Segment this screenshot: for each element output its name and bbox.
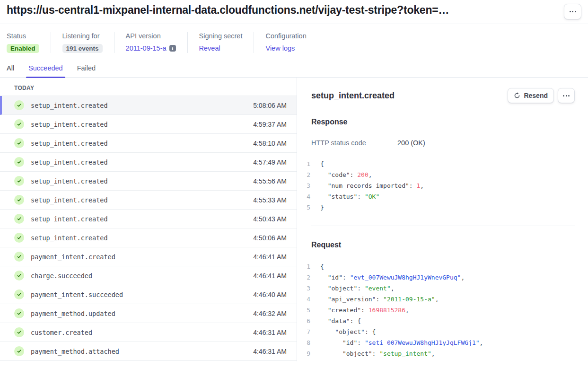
ellipsis-icon bbox=[563, 95, 570, 96]
check-icon bbox=[14, 327, 24, 337]
check-icon bbox=[14, 119, 24, 129]
event-filter-tabs: All Succeeded Failed bbox=[0, 64, 588, 78]
code-token: , bbox=[431, 348, 435, 359]
tab-failed[interactable]: Failed bbox=[77, 64, 96, 78]
event-rows: setup_intent.created 5:08:06 AM setup_in… bbox=[0, 96, 297, 361]
code-token: "status": bbox=[320, 191, 365, 202]
ellipsis-icon bbox=[570, 11, 576, 12]
line-number: 1 bbox=[305, 158, 310, 169]
event-detail-panel: setup_intent.created Resend Response bbox=[297, 78, 588, 361]
view-logs-link[interactable]: View logs bbox=[265, 44, 295, 52]
request-heading: Request bbox=[311, 241, 575, 249]
code-token: "evt_007WewuJW8hgHJ1yWnevGPuq" bbox=[350, 272, 461, 283]
code-line: 1{ bbox=[305, 261, 575, 272]
code-token: "2011-09-15-a" bbox=[383, 294, 435, 305]
check-icon bbox=[14, 252, 24, 262]
webhook-endpoint-page: https://us-central1-mixpanel-internal-da… bbox=[0, 0, 588, 368]
code-token: , bbox=[420, 180, 424, 191]
code-token: "seti_007WewuJW8hgHJ1yJqLFWGj1" bbox=[365, 337, 480, 348]
listening-for-label: Listening for bbox=[62, 32, 103, 40]
code-token: "code": bbox=[320, 169, 357, 180]
code-token: "created": bbox=[320, 305, 369, 315]
status-label: Status bbox=[7, 32, 39, 40]
event-list-item[interactable]: setup_intent.created 4:59:37 AM bbox=[0, 115, 297, 134]
event-time: 5:08:06 AM bbox=[253, 102, 287, 109]
code-line: 5 "created": 1698815286, bbox=[305, 305, 575, 315]
line-number: 3 bbox=[305, 283, 310, 294]
event-time: 4:46:31 AM bbox=[253, 329, 287, 336]
event-time: 4:46:40 AM bbox=[253, 291, 287, 298]
event-name: setup_intent.created bbox=[31, 234, 253, 242]
header-overflow-menu-button[interactable] bbox=[564, 4, 581, 19]
event-name: payment_intent.created bbox=[31, 253, 253, 261]
http-status-row: HTTP status code 200 (OK) bbox=[311, 139, 575, 147]
api-version-link[interactable]: 2011-09-15-ai bbox=[126, 44, 176, 52]
event-list-item[interactable]: payment_method.updated 4:46:32 AM bbox=[0, 304, 297, 323]
event-name: customer.created bbox=[31, 329, 253, 336]
status-item-listening-for: Listening for 191 events bbox=[51, 32, 114, 53]
event-list-item[interactable]: setup_intent.created 4:57:49 AM bbox=[0, 153, 297, 172]
code-line: 5} bbox=[305, 202, 575, 213]
detail-header: setup_intent.created Resend bbox=[311, 88, 575, 103]
event-list-item[interactable]: customer.created 4:46:31 AM bbox=[0, 323, 297, 342]
event-time: 4:57:49 AM bbox=[253, 158, 287, 166]
event-time: 4:46:31 AM bbox=[253, 348, 287, 355]
code-line: 6 "data": { bbox=[305, 315, 575, 326]
check-icon bbox=[14, 157, 24, 167]
section-divider bbox=[311, 226, 575, 226]
code-line: 3 "num_records_imported": 1, bbox=[305, 180, 575, 191]
event-name: setup_intent.created bbox=[31, 121, 253, 128]
line-number: 9 bbox=[305, 348, 310, 359]
event-time: 4:50:06 AM bbox=[253, 234, 287, 242]
event-time: 4:58:10 AM bbox=[253, 140, 287, 147]
event-list-item[interactable]: payment_method.attached 4:46:31 AM bbox=[0, 342, 297, 361]
status-badge: Enabled bbox=[7, 44, 39, 53]
response-heading: Response bbox=[311, 118, 575, 126]
resend-button[interactable]: Resend bbox=[508, 88, 554, 103]
code-line: 2 "id": "evt_007WewuJW8hgHJ1yWnevGPuq", bbox=[305, 272, 575, 283]
check-icon bbox=[14, 308, 24, 318]
event-list-item[interactable]: setup_intent.created 4:50:06 AM bbox=[0, 228, 297, 247]
event-group-label: TODAY bbox=[0, 78, 297, 96]
status-item-status: Status Enabled bbox=[7, 32, 51, 53]
event-list-panel: TODAY setup_intent.created 5:08:06 AM se… bbox=[0, 78, 297, 361]
event-name: payment_method.attached bbox=[31, 348, 253, 355]
event-list-item[interactable]: payment_intent.succeeded 4:46:40 AM bbox=[0, 285, 297, 304]
http-status-label: HTTP status code bbox=[311, 139, 397, 147]
reveal-secret-link[interactable]: Reveal bbox=[199, 44, 220, 52]
code-token: 1698815286 bbox=[369, 305, 405, 315]
event-time: 4:46:41 AM bbox=[253, 253, 287, 261]
code-token: "id": bbox=[320, 272, 350, 283]
tab-all[interactable]: All bbox=[7, 64, 14, 78]
detail-overflow-menu-button[interactable] bbox=[558, 88, 575, 103]
event-time: 4:46:41 AM bbox=[253, 272, 287, 280]
code-token: , bbox=[435, 294, 439, 305]
request-code-block: 1{2 "id": "evt_007WewuJW8hgHJ1yWnevGPuq"… bbox=[305, 261, 575, 359]
code-token: "api_version": bbox=[320, 294, 383, 305]
event-list-item[interactable]: charge.succeeded 4:46:41 AM bbox=[0, 266, 297, 285]
line-number: 5 bbox=[305, 202, 310, 213]
line-number: 2 bbox=[305, 169, 310, 180]
status-bar: Status Enabled Listening for 191 events … bbox=[0, 24, 588, 64]
configuration-label: Configuration bbox=[265, 32, 306, 40]
event-list-item[interactable]: setup_intent.created 5:08:06 AM bbox=[0, 96, 297, 115]
event-time: 4:50:43 AM bbox=[253, 215, 287, 223]
line-number: 8 bbox=[305, 337, 310, 348]
code-token: } bbox=[320, 202, 324, 213]
code-token: 200 bbox=[357, 169, 368, 180]
event-list-item[interactable]: setup_intent.created 4:55:33 AM bbox=[0, 191, 297, 210]
event-list-item[interactable]: payment_intent.created 4:46:41 AM bbox=[0, 247, 297, 266]
event-list-item[interactable]: setup_intent.created 4:50:43 AM bbox=[0, 210, 297, 228]
code-token: 1 bbox=[417, 180, 421, 191]
event-list-item[interactable]: setup_intent.created 4:58:10 AM bbox=[0, 134, 297, 153]
signing-secret-label: Signing secret bbox=[199, 32, 243, 40]
code-token: "OK" bbox=[365, 191, 379, 202]
event-name: setup_intent.created bbox=[31, 196, 253, 204]
code-token: "num_records_imported": bbox=[320, 180, 417, 191]
tab-succeeded[interactable]: Succeeded bbox=[28, 64, 63, 78]
line-number: 4 bbox=[305, 294, 310, 305]
event-time: 4:46:32 AM bbox=[253, 310, 287, 317]
event-list-item[interactable]: setup_intent.created 4:55:56 AM bbox=[0, 172, 297, 191]
code-line: 2 "code": 200, bbox=[305, 169, 575, 180]
line-number: 5 bbox=[305, 305, 310, 315]
